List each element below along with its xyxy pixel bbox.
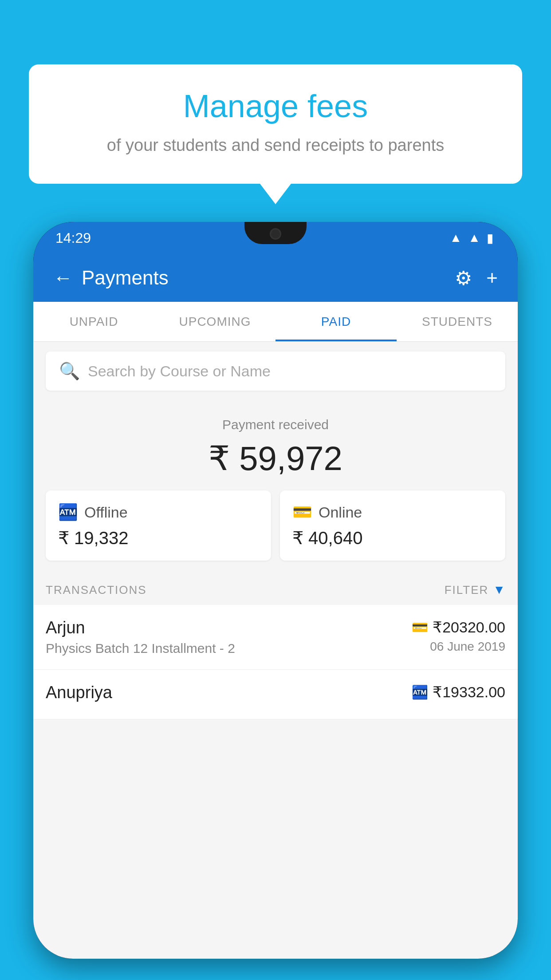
header-right: ⚙ + [455,267,498,289]
search-icon: 🔍 [59,361,80,381]
online-label: Online [319,504,362,521]
status-icons: ▲ ▲ ▮ [450,231,493,245]
transaction-date: 06 June 2019 [412,640,505,654]
offline-icon: 🏧 [58,503,78,522]
payment-received-label: Payment received [46,417,505,432]
transaction-method-icon: 💳 [412,620,428,635]
battery-icon: ▮ [487,231,493,245]
transaction-amount-row-2: 🏧 ₹19332.00 [412,683,505,701]
bubble-title: Manage fees [55,89,496,124]
online-card-top: 💳 Online [292,503,493,522]
transactions-label: TRANSACTIONS [46,583,147,597]
transaction-right-2: 🏧 ₹19332.00 [412,683,505,704]
header-title: Payments [82,267,169,289]
offline-card: 🏧 Offline ₹ 19,332 [46,490,271,561]
payment-summary: Payment received ₹ 59,972 [33,400,518,490]
status-time: 14:29 [55,230,91,246]
transaction-right: 💳 ₹20320.00 06 June 2019 [412,618,505,654]
phone-container: 14:29 ▲ ▲ ▮ ← Payments ⚙ + UNPAI [33,222,518,980]
app-header: ← Payments ⚙ + [33,254,518,302]
transaction-left-2: Anupriya [46,683,412,706]
transaction-amount: ₹20320.00 [433,618,505,636]
phone-frame: 14:29 ▲ ▲ ▮ ← Payments ⚙ + UNPAI [33,222,518,959]
transaction-description: Physics Batch 12 Installment - 2 [46,641,412,656]
payment-cards: 🏧 Offline ₹ 19,332 💳 Online ₹ 40,640 [33,490,518,573]
offline-amount: ₹ 19,332 [58,528,259,548]
bubble-subtitle: of your students and send receipts to pa… [55,134,496,157]
phone-camera [270,228,281,240]
header-left: ← Payments [53,267,169,289]
transaction-amount-2: ₹19332.00 [433,683,505,701]
signal-icon: ▲ [468,231,480,245]
transaction-left: Arjun Physics Batch 12 Installment - 2 [46,618,412,656]
transaction-method-icon-2: 🏧 [412,684,428,700]
back-button[interactable]: ← [53,267,73,289]
speech-bubble: Manage fees of your students and send re… [29,64,522,184]
filter-label: FILTER [445,583,489,597]
tab-unpaid[interactable]: UNPAID [33,302,154,341]
transaction-amount-row: 💳 ₹20320.00 [412,618,505,636]
payment-total-amount: ₹ 59,972 [46,439,505,478]
transaction-row[interactable]: Anupriya 🏧 ₹19332.00 [33,670,518,719]
filter-icon: ▼ [493,583,505,597]
offline-card-top: 🏧 Offline [58,503,259,522]
tab-upcoming[interactable]: UPCOMING [154,302,276,341]
transactions-header: TRANSACTIONS FILTER ▼ [33,573,518,605]
speech-bubble-container: Manage fees of your students and send re… [29,64,522,184]
wifi-icon: ▲ [450,231,462,245]
screen-content: 🔍 Search by Course or Name Payment recei… [33,342,518,959]
status-bar: 14:29 ▲ ▲ ▮ [33,222,518,254]
transaction-row[interactable]: Arjun Physics Batch 12 Installment - 2 💳… [33,605,518,670]
filter-button[interactable]: FILTER ▼ [445,583,505,597]
transaction-name-2: Anupriya [46,683,412,702]
tab-paid[interactable]: PAID [276,302,397,341]
add-icon[interactable]: + [486,267,498,289]
offline-label: Offline [84,504,128,521]
tab-students[interactable]: STUDENTS [397,302,518,341]
online-icon: 💳 [292,503,312,522]
online-amount: ₹ 40,640 [292,528,493,548]
search-placeholder: Search by Course or Name [88,363,271,380]
online-card: 💳 Online ₹ 40,640 [280,490,505,561]
search-bar[interactable]: 🔍 Search by Course or Name [46,352,505,391]
phone-notch [244,222,307,244]
settings-icon[interactable]: ⚙ [455,267,472,289]
transaction-name: Arjun [46,618,412,637]
tabs-container: UNPAID UPCOMING PAID STUDENTS [33,302,518,342]
